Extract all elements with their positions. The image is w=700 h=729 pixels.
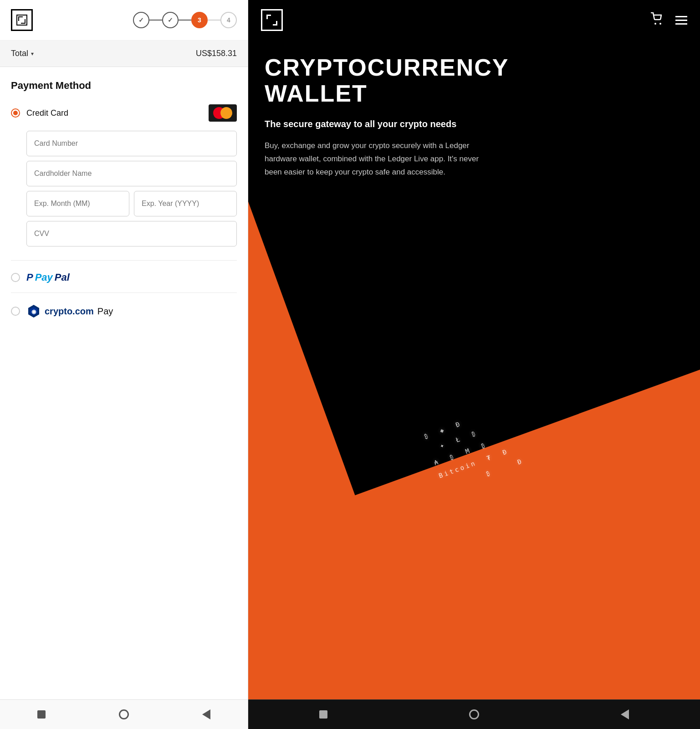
paypal-radio[interactable] (11, 273, 20, 282)
right-header (248, 0, 700, 40)
payment-section: Payment Method Credit Card P (0, 67, 248, 699)
credit-card-radio[interactable] (11, 108, 20, 118)
nav-home-btn[interactable] (117, 707, 131, 722)
crypto-com-name: crypto.com (45, 306, 94, 317)
crypto-image-area: ₿ ◈ Ð ✦ Ł ₿ ₳ ₿ M ₿ Bitcoin ₮ Ð ₿ Ð (248, 198, 700, 699)
right-nav-home-btn[interactable] (467, 707, 481, 722)
hamburger-menu-icon[interactable] (675, 16, 687, 25)
right-nav-square-icon (319, 710, 327, 719)
option-divider-1 (11, 260, 237, 261)
exp-month-input[interactable] (26, 191, 129, 216)
total-amount: US$158.31 (196, 49, 237, 58)
crypto-pay-label: Pay (97, 306, 113, 317)
nav-back-icon (202, 709, 210, 719)
step-1-check: ✓ (138, 16, 144, 24)
right-logo (261, 9, 283, 31)
total-bar[interactable]: Total ▾ US$158.31 (0, 41, 248, 67)
svg-text:◉: ◉ (31, 308, 36, 315)
logo-corner-tl (266, 15, 271, 19)
right-nav-back-btn[interactable] (618, 707, 632, 722)
cart-icon[interactable] (651, 12, 664, 28)
stepper: ✓ ✓ 3 4 (133, 12, 237, 28)
option-divider-2 (11, 293, 237, 293)
expiry-row (26, 191, 237, 221)
card-number-input[interactable] (26, 131, 237, 156)
card-form (26, 131, 237, 251)
right-logo-inner (266, 15, 277, 26)
step-line-2 (179, 20, 191, 21)
nav-back-btn[interactable] (199, 707, 214, 722)
crypto-symbol-grid: ₿ ◈ Ð ✦ Ł ₿ ₳ ₿ M ₿ Bitcoin ₮ Ð ₿ Ð (423, 401, 526, 496)
cvv-input[interactable] (26, 221, 237, 246)
paypal-option[interactable]: P Pay Pal (11, 272, 237, 283)
step-line-3 (208, 20, 220, 21)
nav-square-icon (37, 710, 46, 719)
credit-card-label: Credit Card (26, 108, 209, 118)
nav-circle-icon (119, 709, 129, 719)
right-nav-circle-icon (469, 709, 479, 719)
right-nav-square-btn[interactable] (316, 707, 331, 722)
credit-card-option[interactable]: Credit Card (11, 104, 237, 122)
crypto-com-icon: ◉ (26, 304, 41, 318)
step-4-label: 4 (227, 16, 230, 24)
step-3-label: 3 (198, 16, 201, 24)
left-panel: ✓ ✓ 3 4 Total ▾ US$158.31 Payment Method (0, 0, 248, 729)
right-panel: CRYPTOCURRENCYWALLET The secure gateway … (248, 0, 700, 729)
paypal-pal-text: Pal (55, 272, 70, 283)
right-nav-back-icon (621, 709, 629, 719)
mc-orange-circle (220, 107, 232, 119)
logo-inner (16, 15, 27, 26)
total-label: Total ▾ (11, 49, 34, 58)
total-text: Total (11, 49, 28, 58)
logo (11, 9, 33, 31)
svg-point-3 (654, 23, 656, 25)
logo-corner-br (273, 21, 277, 26)
cardholder-name-input[interactable] (26, 161, 237, 186)
step-2[interactable]: ✓ (162, 12, 179, 28)
exp-year-input[interactable] (134, 191, 237, 216)
crypto-title: CRYPTOCURRENCYWALLET (265, 55, 684, 107)
step-3[interactable]: 3 (191, 12, 208, 28)
crypto-com-radio[interactable] (11, 307, 20, 316)
menu-line-1 (675, 16, 687, 17)
crypto-com-logo: ◉ crypto.com Pay (26, 304, 113, 318)
menu-line-2 (675, 20, 687, 21)
step-2-check: ✓ (168, 16, 173, 24)
menu-line-3 (675, 23, 687, 25)
mastercard-icon (209, 104, 237, 122)
paypal-pay-text: Pay (35, 272, 53, 283)
paypal-p-icon: P (26, 272, 33, 283)
crypto-symbols-overlay: ₿ ◈ Ð ✦ Ł ₿ ₳ ₿ M ₿ Bitcoin ₮ Ð ₿ Ð (248, 198, 700, 699)
payment-method-title: Payment Method (11, 80, 237, 92)
svg-point-4 (659, 23, 661, 25)
step-1[interactable]: ✓ (133, 12, 149, 28)
nav-square-btn[interactable] (34, 707, 49, 722)
paypal-logo: P Pay Pal (26, 272, 70, 283)
step-4[interactable]: 4 (220, 12, 237, 28)
right-header-icons (651, 12, 687, 28)
crypto-subtitle: The secure gateway to all your crypto ne… (265, 118, 684, 130)
left-header: ✓ ✓ 3 4 (0, 0, 248, 41)
left-bottom-nav (0, 699, 248, 729)
total-chevron: ▾ (31, 51, 34, 57)
crypto-description: Buy, exchange and grow your crypto secur… (265, 139, 483, 179)
step-line-1 (149, 20, 162, 21)
right-bottom-nav (248, 699, 700, 729)
crypto-content: CRYPTOCURRENCYWALLET The secure gateway … (248, 40, 700, 194)
crypto-com-option[interactable]: ◉ crypto.com Pay (11, 304, 237, 318)
